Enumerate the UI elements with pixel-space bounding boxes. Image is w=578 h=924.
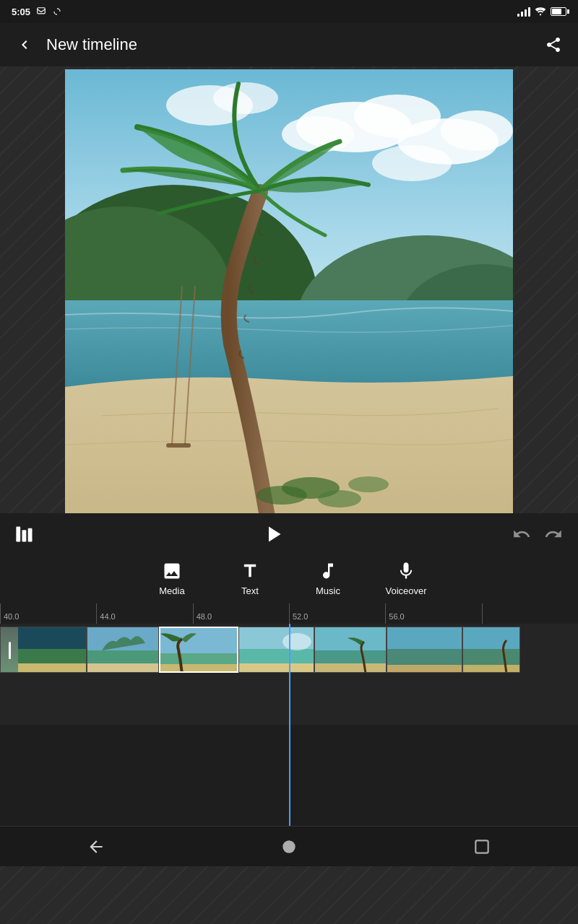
timeline-toggle-button[interactable] (12, 521, 38, 547)
empty-track-area (0, 725, 578, 826)
status-time: 5:05 (12, 6, 62, 17)
sync-icon (52, 6, 62, 17)
text-icon (238, 559, 262, 583)
svg-point-37 (282, 633, 311, 650)
ruler-label-3: 48.0 (197, 612, 212, 621)
nav-home-button[interactable] (272, 829, 306, 864)
thumbnail-svg-3 (160, 628, 238, 673)
bottom-controls: Media Text Music Voi (0, 513, 578, 826)
ruler-label-2: 44.0 (100, 612, 115, 621)
ruler-marks: 40.0 44.0 48.0 52.0 56.0 (0, 603, 578, 624)
top-toolbar: New timeline (0, 23, 578, 66)
nav-recent-button[interactable] (465, 829, 499, 864)
ruler-tick-4: 52.0 (289, 603, 385, 624)
text-tool-button[interactable]: Text (228, 559, 272, 596)
thumbnail-svg-5 (315, 627, 387, 673)
redo-button[interactable] (540, 521, 566, 547)
svg-point-19 (318, 490, 361, 507)
voiceover-label: Voiceover (385, 585, 426, 596)
media-tool-button[interactable]: Media (150, 559, 194, 596)
ruler-tick-1: 40.0 (0, 603, 96, 624)
ruler-label-1: 40.0 (4, 612, 19, 621)
status-bar: 5:05 (0, 0, 578, 23)
share-button[interactable] (540, 32, 566, 58)
toolbar-left: New timeline (12, 32, 137, 58)
svg-rect-24 (28, 528, 33, 542)
film-segment-7[interactable] (462, 627, 520, 673)
svg-rect-32 (160, 653, 238, 664)
nav-back-button[interactable] (79, 829, 113, 864)
timeline-tracks[interactable] (0, 624, 578, 725)
svg-rect-46 (463, 665, 520, 673)
trim-line (9, 642, 11, 659)
wifi-icon (535, 6, 546, 17)
svg-point-8 (213, 82, 278, 114)
svg-rect-39 (315, 650, 387, 663)
svg-point-4 (282, 116, 354, 152)
music-tool-button[interactable]: Music (306, 559, 350, 596)
svg-rect-22 (16, 527, 20, 542)
svg-point-9 (372, 145, 452, 181)
mic-icon (394, 559, 418, 583)
svg-point-20 (256, 486, 307, 505)
thumbnail-svg-1 (18, 627, 87, 673)
playhead (289, 624, 290, 725)
video-canvas (65, 69, 513, 513)
svg-rect-36 (239, 663, 314, 673)
svg-rect-43 (387, 665, 462, 673)
ruler-tick-2: 44.0 (96, 603, 192, 624)
film-segment-3[interactable] (159, 627, 238, 673)
svg-rect-29 (87, 650, 159, 663)
music-label: Music (316, 585, 340, 596)
film-segment-6[interactable] (387, 627, 462, 673)
timeline-ruler: 40.0 44.0 48.0 52.0 56.0 (0, 603, 578, 624)
undo-redo-controls (509, 521, 566, 547)
nav-recent-icon (473, 837, 491, 856)
playhead-lower (289, 725, 290, 826)
image-icon (160, 559, 184, 583)
svg-rect-40 (315, 663, 387, 673)
nav-home-icon (280, 837, 298, 856)
trim-handle-left[interactable] (1, 627, 18, 673)
voiceover-tool-button[interactable]: Voiceover (384, 559, 428, 596)
svg-rect-45 (463, 649, 520, 665)
undo-button[interactable] (509, 521, 535, 547)
film-segment-4[interactable] (238, 627, 314, 673)
play-button[interactable] (257, 518, 289, 550)
svg-rect-26 (18, 649, 87, 663)
timeline-icon (14, 524, 35, 544)
text-label: Text (241, 585, 259, 596)
undo-icon (512, 525, 531, 544)
playback-bar (0, 513, 578, 555)
back-button[interactable] (12, 32, 38, 58)
signal-icon (517, 6, 530, 17)
svg-rect-23 (22, 530, 27, 541)
ruler-tick-5: 56.0 (385, 603, 481, 624)
share-icon (545, 36, 562, 53)
film-segment-2[interactable] (87, 627, 159, 673)
svg-rect-35 (239, 649, 314, 663)
ruler-tick-3: 48.0 (193, 603, 289, 624)
ruler-label-4: 52.0 (293, 612, 308, 621)
svg-rect-33 (160, 664, 238, 673)
svg-rect-41 (387, 627, 462, 649)
svg-rect-25 (18, 627, 87, 649)
redo-icon (544, 525, 563, 544)
tool-buttons: Media Text Music Voi (0, 555, 578, 603)
ruler-label-5: 56.0 (389, 612, 404, 621)
status-indicators (517, 6, 566, 17)
ruler-tick-6 (482, 603, 578, 624)
svg-rect-42 (387, 649, 462, 665)
nav-bar (0, 826, 578, 866)
beach-scene-svg (65, 69, 513, 513)
play-icon (260, 521, 286, 547)
music-icon (316, 559, 340, 583)
thumbnail-svg-4 (239, 627, 314, 673)
thumbnail-svg-2 (87, 627, 159, 673)
media-label: Media (159, 585, 184, 596)
thumbnail-svg-7 (463, 627, 520, 673)
film-segment-5[interactable] (314, 627, 387, 673)
notification-icon (36, 6, 46, 17)
film-segment-1[interactable] (0, 627, 87, 673)
svg-rect-17 (166, 443, 191, 448)
